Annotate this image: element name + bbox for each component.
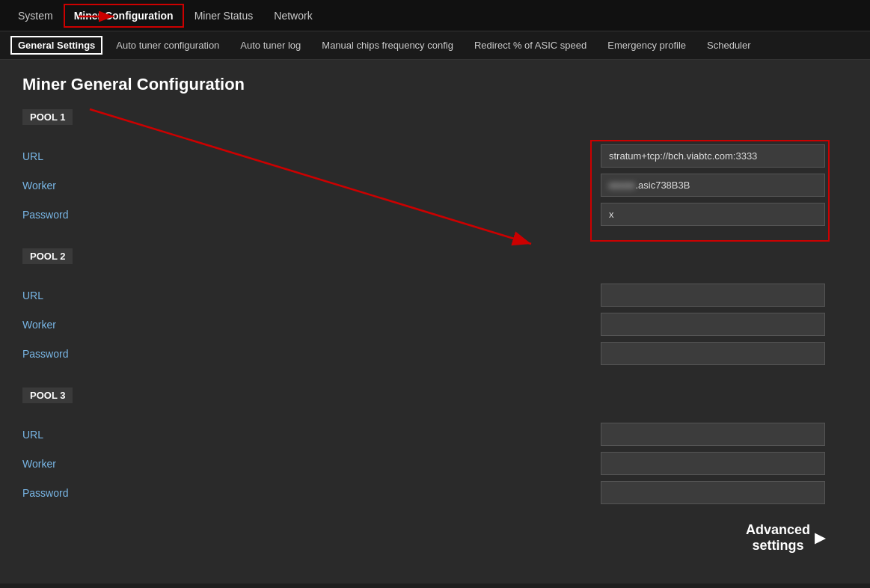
pool3-password-row: Password bbox=[22, 481, 848, 504]
pool1-worker-label: Worker bbox=[22, 180, 157, 192]
pool3-password-label: Password bbox=[22, 487, 157, 499]
pool2-url-label: URL bbox=[22, 290, 157, 301]
subnav-scheduler[interactable]: Scheduler bbox=[699, 36, 759, 55]
pool2-section: POOL 2 URL Worker Password bbox=[22, 248, 848, 365]
pool1-password-row: Password bbox=[22, 203, 848, 226]
pool2-url-row: URL bbox=[22, 284, 848, 307]
subnav-emergency-profile[interactable]: Emergency profile bbox=[600, 36, 693, 55]
pool2-password-row: Password bbox=[22, 342, 848, 365]
pool3-url-row: URL bbox=[22, 423, 848, 446]
pool2-worker-row: Worker bbox=[22, 313, 848, 336]
pool1-label: POOL 1 bbox=[22, 109, 73, 125]
pool3-worker-row: Worker bbox=[22, 452, 848, 475]
pool1-password-label: Password bbox=[22, 209, 157, 221]
subnav-redirect-asic[interactable]: Redirect % of ASIC speed bbox=[467, 36, 594, 55]
pool1-url-row: URL bbox=[22, 144, 848, 168]
nav-miner-configuration[interactable]: Miner Configuration bbox=[64, 4, 184, 28]
pool3-label: POOL 3 bbox=[22, 388, 73, 403]
pool2-label: POOL 2 bbox=[22, 248, 73, 264]
pool2-password-label: Password bbox=[22, 348, 157, 360]
subnav-auto-tuner-config[interactable]: Auto tuner configuration bbox=[108, 36, 227, 55]
advanced-settings-arrow-icon: ▶ bbox=[815, 530, 825, 546]
page-content: Miner General Configuration POOL 1 URL W… bbox=[0, 60, 870, 584]
nav-system[interactable]: System bbox=[7, 2, 64, 29]
pool1-url-input[interactable] bbox=[601, 144, 825, 168]
pool1-worker-blurred: ●●●● bbox=[609, 180, 635, 191]
sub-navigation: General Settings Auto tuner configuratio… bbox=[0, 31, 870, 60]
top-navigation: System Miner Configuration Miner Status … bbox=[0, 0, 870, 31]
pool1-worker-suffix: .asic738B3B bbox=[635, 180, 690, 191]
pool3-section: POOL 3 URL Worker Password bbox=[22, 388, 848, 504]
pool3-url-label: URL bbox=[22, 429, 157, 441]
pool2-password-input[interactable] bbox=[601, 342, 825, 365]
subnav-manual-chips[interactable]: Manual chips frequency config bbox=[314, 36, 461, 55]
pool2-worker-input[interactable] bbox=[601, 313, 825, 336]
advanced-settings-label: Advanced settings bbox=[746, 522, 810, 554]
pool2-worker-label: Worker bbox=[22, 319, 157, 331]
pool1-section: POOL 1 URL Worker ●●●● .asic738B3B Passw bbox=[22, 109, 848, 226]
pool3-password-input[interactable] bbox=[601, 481, 825, 504]
pool1-worker-row: Worker ●●●● .asic738B3B bbox=[22, 174, 848, 197]
pool1-url-label: URL bbox=[22, 150, 157, 162]
pool1-password-input[interactable] bbox=[601, 203, 825, 226]
page-title: Miner General Configuration bbox=[22, 75, 848, 94]
subnav-general-settings[interactable]: General Settings bbox=[10, 36, 102, 55]
nav-network[interactable]: Network bbox=[263, 2, 322, 29]
advanced-settings-button[interactable]: Advanced settings ▶ bbox=[746, 522, 825, 554]
pool3-worker-label: Worker bbox=[22, 458, 157, 470]
pool2-url-input[interactable] bbox=[601, 284, 825, 307]
pool3-url-input[interactable] bbox=[601, 423, 825, 446]
subnav-auto-tuner-log[interactable]: Auto tuner log bbox=[233, 36, 308, 55]
pool3-worker-input[interactable] bbox=[601, 452, 825, 475]
nav-miner-status[interactable]: Miner Status bbox=[184, 2, 264, 29]
